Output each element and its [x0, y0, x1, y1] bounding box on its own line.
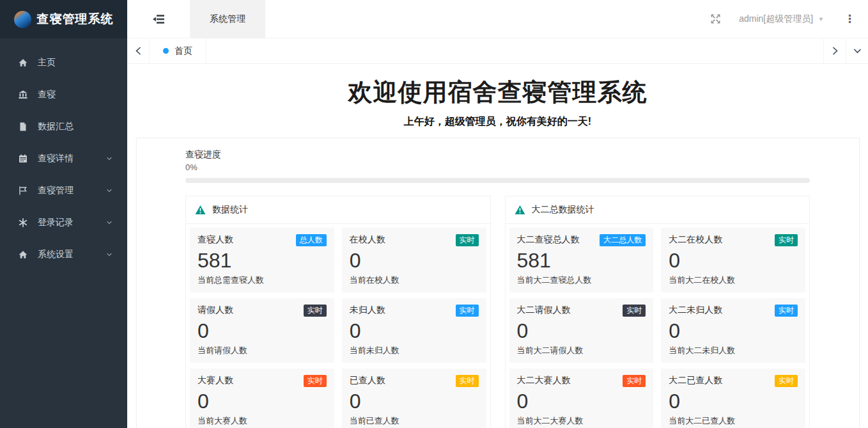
- stat-value: 0: [517, 390, 646, 413]
- inspection-progress-bar: [185, 178, 810, 183]
- status-badge: 实时: [623, 375, 646, 387]
- status-badge: 实时: [304, 375, 327, 387]
- status-badge: 实时: [304, 305, 327, 317]
- welcome-greeting: 上午好，超级管理员，祝你有美好的一天!: [127, 115, 868, 129]
- stat-value: 0: [517, 319, 646, 343]
- main-content: 欢迎使用宿舍查寝管理系统 上午好，超级管理员，祝你有美好的一天! 查寝进度 0%…: [127, 64, 868, 428]
- sidebar-item[interactable]: 数据汇总: [0, 111, 127, 143]
- stat-value: 581: [517, 249, 646, 273]
- stat-card-title: 大二未归人数: [669, 305, 722, 316]
- chevron-down-icon: [853, 47, 862, 55]
- collapse-menu-icon: [153, 14, 165, 24]
- stat-value: 0: [669, 249, 798, 273]
- bank-icon: [18, 90, 28, 100]
- stat-card: 大二查寝总人数 大二总人数 581 当前大二查寝总人数: [509, 228, 654, 292]
- stat-caption: 当前大二在校人数: [669, 274, 798, 286]
- sidebar-item[interactable]: 查寝: [0, 79, 127, 111]
- stat-card-title: 请假人数: [198, 305, 233, 316]
- status-badge: 实时: [623, 305, 646, 317]
- stat-card-title: 大二大赛人数: [517, 375, 571, 386]
- stat-card-title: 未归人数: [350, 305, 385, 316]
- stat-card-title: 已查人数: [350, 375, 385, 386]
- sidebar-item[interactable]: 系统设置: [0, 239, 127, 271]
- stats-panels: 数据统计 查寝人数 总人数 581 当前总需查寝人数 在校人数 实时 0 当前在…: [185, 196, 810, 428]
- stat-cards-grid: 大二查寝总人数 大二总人数 581 当前大二查寝总人数 大二在校人数 实时 0 …: [506, 224, 810, 428]
- more-options-icon[interactable]: ⋮: [842, 12, 858, 26]
- progress-label: 查寝进度: [185, 149, 810, 161]
- stats-panel: 大二总数据统计 大二查寝总人数 大二总人数 581 当前大二查寝总人数 大二在校…: [505, 196, 810, 428]
- fullscreen-icon[interactable]: [710, 13, 721, 24]
- stat-card: 在校人数 实时 0 当前在校人数: [342, 228, 486, 292]
- user-menu[interactable]: admin[超级管理员] ▼: [739, 13, 824, 25]
- dashboard-card: 查寝进度 0% 数据统计 查寝人数 总人数 581 当前总需查寝人数 在校人数 …: [136, 138, 860, 428]
- top-header: 查寝管理系统 系统管理: [0, 0, 868, 38]
- flag-icon: [18, 186, 28, 196]
- chevron-left-icon: [134, 46, 143, 56]
- sidebar-item[interactable]: 查寝详情: [0, 143, 127, 175]
- stat-card: 请假人数 实时 0 当前请假人数: [190, 298, 334, 363]
- app-title: 查寝管理系统: [37, 11, 114, 28]
- stat-caption: 当前大二未归人数: [669, 345, 798, 356]
- home-icon: [18, 58, 28, 68]
- chevron-down-icon: ▼: [818, 16, 824, 22]
- stat-card: 大二未归人数 实时 0 当前大二未归人数: [661, 298, 805, 363]
- tabs-menu-button[interactable]: [846, 38, 868, 63]
- status-badge: 实时: [456, 305, 479, 317]
- active-tab-dot: [163, 48, 169, 54]
- stat-card-title: 大二请假人数: [517, 305, 571, 316]
- tabs-scroll-right-button[interactable]: [823, 38, 846, 63]
- collapse-sidebar-button[interactable]: [127, 0, 190, 38]
- stat-card: 大二在校人数 实时 0 当前大二在校人数: [661, 228, 805, 292]
- stat-card-title: 大赛人数: [198, 375, 233, 386]
- stat-card-title: 查寝人数: [198, 234, 233, 246]
- stat-card: 大二已查人数 实时 0 当前大二已查人数: [661, 369, 805, 428]
- stat-caption: 当前大二请假人数: [517, 345, 646, 356]
- stat-card: 查寝人数 总人数 581 当前总需查寝人数: [190, 228, 334, 292]
- status-badge: 总人数: [296, 234, 327, 246]
- sidebar-item-label: 主页: [38, 57, 56, 68]
- stat-card: 大二大赛人数 实时 0 当前大二大赛人数: [509, 369, 654, 428]
- stat-value: 0: [350, 390, 479, 413]
- stat-caption: 当前大二已查人数: [669, 415, 798, 427]
- tab-home[interactable]: 首页: [150, 38, 206, 63]
- warning-triangle-icon: [195, 205, 206, 215]
- stat-caption: 当前未归人数: [350, 345, 479, 356]
- sidebar-item-label: 登录记录: [38, 217, 74, 228]
- status-badge: 实时: [456, 234, 479, 246]
- document-icon: [18, 122, 28, 132]
- tabs-scroll-left-button[interactable]: [127, 38, 150, 63]
- sidebar-item[interactable]: 登录记录: [0, 207, 127, 239]
- tabs-bar: 首页: [127, 38, 868, 64]
- nav-tab-system-management[interactable]: 系统管理: [190, 0, 265, 38]
- logo-icon: [14, 11, 31, 28]
- sidebar-item[interactable]: 主页: [0, 47, 127, 79]
- stat-card-title: 大二在校人数: [669, 234, 722, 246]
- stat-caption: 当前总需查寝人数: [198, 274, 327, 286]
- stat-card: 未归人数 实时 0 当前未归人数: [342, 298, 486, 363]
- stat-caption: 当前请假人数: [198, 345, 327, 356]
- status-badge: 实时: [775, 234, 798, 246]
- stat-caption: 当前大二查寝总人数: [517, 274, 646, 286]
- app-logo: 查寝管理系统: [0, 0, 127, 38]
- status-badge: 实时: [775, 305, 798, 317]
- stat-card: 大赛人数 实时 0 当前大赛人数: [190, 369, 334, 428]
- stat-value: 0: [350, 249, 479, 273]
- page-title: 欢迎使用宿舍查寝管理系统: [127, 76, 868, 109]
- stat-card-title: 大二已查人数: [669, 375, 722, 386]
- stat-value: 0: [198, 390, 327, 413]
- stat-value: 0: [198, 319, 327, 343]
- sidebar-item-label: 查寝管理: [38, 185, 74, 196]
- sidebar-item[interactable]: 查寝管理: [0, 175, 127, 207]
- topbar-right: admin[超级管理员] ▼ ⋮: [710, 0, 868, 38]
- stat-card: 大二请假人数 实时 0 当前大二请假人数: [509, 298, 654, 363]
- stat-card: 已查人数 实时 0 当前已查人数: [342, 369, 486, 428]
- username-label: admin[超级管理员]: [739, 13, 813, 25]
- progress-percent: 0%: [185, 162, 810, 172]
- stat-value: 581: [198, 249, 327, 273]
- stat-caption: 当前大二大赛人数: [517, 415, 646, 427]
- sidebar-item-label: 系统设置: [38, 249, 74, 260]
- warning-triangle-icon: [515, 205, 525, 215]
- asterisk-icon: [18, 218, 28, 228]
- status-badge: 实时: [456, 375, 479, 387]
- chevron-down-icon: [105, 219, 113, 226]
